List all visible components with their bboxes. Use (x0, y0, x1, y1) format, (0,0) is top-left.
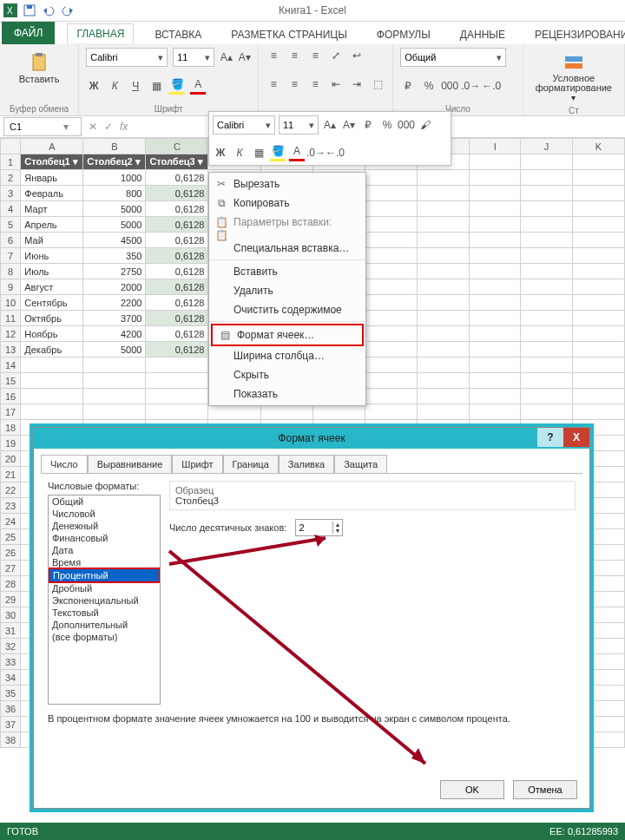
cell[interactable] (572, 373, 624, 389)
category-option[interactable]: (все форматы) (49, 631, 160, 643)
cell[interactable]: 0,6128 (146, 248, 208, 264)
dlg-tab-number[interactable]: Число (41, 455, 88, 474)
dlg-tab-protection[interactable]: Защита (334, 455, 387, 474)
cell[interactable] (521, 404, 573, 420)
row-header[interactable]: 31 (1, 623, 21, 639)
cell[interactable] (146, 404, 208, 420)
cell[interactable] (365, 170, 417, 186)
mini-grow-font-icon[interactable]: A▴ (322, 117, 338, 133)
undo-icon[interactable] (42, 3, 56, 17)
row-header[interactable]: 1 (1, 154, 21, 170)
indent-dec-icon[interactable]: ⇤ (328, 76, 344, 92)
mi-copy[interactable]: ⧉Копировать (209, 194, 365, 213)
cell[interactable]: 5000 (83, 217, 146, 233)
cell[interactable] (521, 154, 573, 170)
row-header[interactable]: 35 (1, 686, 21, 701)
mini-bold-button[interactable]: Ж (213, 145, 228, 161)
mi-format-cells[interactable]: ▤Формат ячеек… (211, 324, 364, 346)
row-header[interactable]: 19 (1, 436, 21, 451)
col-header[interactable]: I (470, 139, 521, 154)
tab-layout[interactable]: РАЗМЕТКА СТРАНИЦЫ (222, 25, 356, 44)
category-option[interactable]: Процентный (48, 568, 161, 583)
cell[interactable] (521, 248, 573, 264)
category-option[interactable]: Время (49, 556, 160, 568)
align-middle-icon[interactable]: ≡ (286, 48, 302, 63)
underline-button[interactable]: Ч (128, 78, 143, 94)
row-header[interactable]: 16 (1, 389, 21, 404)
save-icon[interactable] (23, 3, 36, 17)
row-header[interactable]: 11 (1, 311, 21, 326)
mini-inc-decimal-icon[interactable]: .0→ (308, 145, 324, 161)
row-header[interactable]: 20 (1, 451, 21, 467)
row-header[interactable]: 13 (1, 342, 21, 358)
row-header[interactable]: 6 (1, 233, 21, 248)
cell[interactable]: 3700 (83, 311, 146, 326)
cell[interactable] (365, 326, 417, 342)
cell[interactable]: 0,6128 (146, 217, 208, 233)
cell[interactable] (83, 389, 146, 404)
cell[interactable] (470, 201, 521, 217)
cell[interactable] (418, 279, 470, 295)
cell[interactable] (418, 326, 470, 342)
mi-delete[interactable]: Удалить (209, 281, 365, 300)
cell[interactable]: 350 (83, 248, 146, 264)
cell[interactable] (470, 248, 521, 264)
mini-currency-icon[interactable]: ₽ (360, 117, 376, 133)
cell[interactable]: 1000 (83, 170, 146, 186)
wrap-text-icon[interactable]: ↩ (349, 48, 365, 63)
mi-show[interactable]: Показать (209, 384, 365, 404)
cell[interactable] (418, 295, 470, 311)
cell[interactable]: 0,6128 (146, 186, 208, 201)
mi-hide[interactable]: Скрыть (209, 365, 365, 384)
cell[interactable] (521, 342, 573, 358)
cell[interactable] (572, 326, 624, 342)
cell[interactable] (418, 170, 470, 186)
currency-icon[interactable]: ₽ (400, 78, 416, 94)
cell[interactable] (83, 373, 146, 389)
row-header[interactable]: 8 (1, 264, 21, 279)
cell[interactable] (365, 217, 417, 233)
category-option[interactable]: Дробный (49, 582, 160, 594)
row-header[interactable]: 10 (1, 295, 21, 311)
dialog-help-button[interactable]: ? (537, 428, 563, 447)
row-header[interactable]: 27 (1, 561, 21, 576)
font-family-combo[interactable]: ▾ (86, 48, 168, 67)
row-header[interactable]: 24 (1, 514, 21, 529)
cell[interactable] (521, 373, 573, 389)
cell[interactable] (470, 342, 521, 358)
cell[interactable] (21, 358, 83, 373)
row-header[interactable]: 12 (1, 326, 21, 342)
cell[interactable] (521, 264, 573, 279)
row-header[interactable]: 9 (1, 279, 21, 295)
cell[interactable] (365, 248, 417, 264)
row-header[interactable]: 22 (1, 482, 21, 498)
cell[interactable]: 0,6128 (146, 170, 208, 186)
cell[interactable]: 0,6128 (146, 342, 208, 358)
cell[interactable]: Январь (21, 170, 83, 186)
row-header[interactable]: 37 (1, 717, 21, 732)
cell[interactable]: Август (21, 279, 83, 295)
align-top-icon[interactable]: ≡ (266, 48, 281, 63)
paste-button[interactable]: Вставить (7, 48, 71, 88)
mini-borders-icon[interactable]: ▦ (251, 145, 266, 161)
category-option[interactable]: Дата (49, 544, 160, 556)
mini-comma-icon[interactable]: 000 (398, 117, 414, 133)
inc-decimal-icon[interactable]: .0→ (463, 78, 478, 94)
enter-formula-icon[interactable]: ✓ (104, 121, 113, 133)
cell[interactable] (365, 264, 417, 279)
cell[interactable] (146, 389, 208, 404)
cell[interactable] (470, 373, 521, 389)
cell[interactable]: 2200 (83, 295, 146, 311)
cell[interactable] (470, 186, 521, 201)
tab-insert[interactable]: ВСТАВКА (146, 25, 210, 44)
cell[interactable] (470, 311, 521, 326)
cell[interactable]: Февраль (21, 186, 83, 201)
mini-percent-icon[interactable]: % (379, 117, 395, 133)
row-header[interactable]: 3 (1, 186, 21, 201)
grow-font-icon[interactable]: A▴ (220, 49, 233, 65)
cell[interactable] (572, 404, 624, 420)
row-header[interactable]: 23 (1, 498, 21, 514)
cell[interactable] (521, 389, 573, 404)
cell[interactable] (418, 186, 470, 201)
cell[interactable] (470, 154, 521, 170)
